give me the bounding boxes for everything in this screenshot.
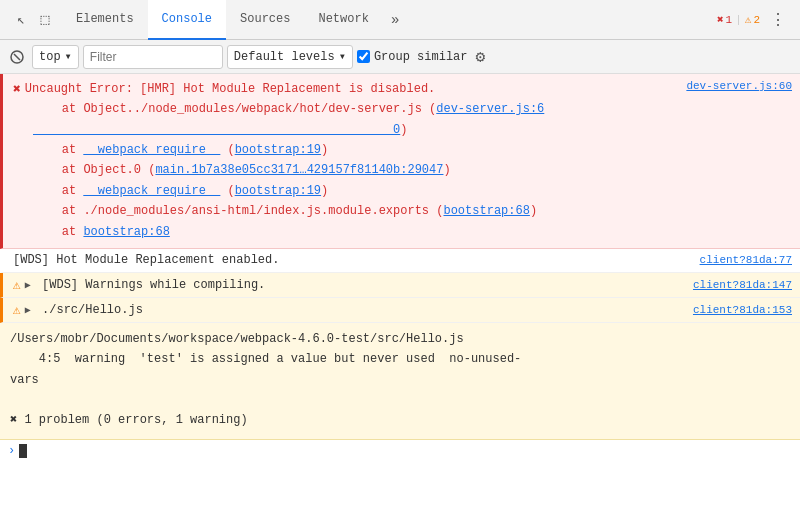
context-selector[interactable]: top ▾ [32,45,79,69]
stack-line-5: at ./node_modules/ansi-html/index.js.mod… [33,201,792,221]
tab-bar: ↖ ⬚ Elements Console Sources Network » ✖… [0,0,800,40]
stack-link-4b[interactable]: bootstrap:19 [235,184,321,198]
error-header: ✖ Uncaught Error: [HMR] Hot Module Repla… [13,80,792,99]
error-icon: ✖ [13,81,21,97]
chevron-down-icon: ▾ [65,49,72,64]
log-text: [WDS] Hot Module Replacement enabled. [13,253,696,267]
input-prompt: › [8,444,15,458]
svg-line-1 [14,54,20,60]
stack-link-1[interactable]: dev-server.js:6 0 [33,102,544,136]
log-entry-wds-hmr: [WDS] Hot Module Replacement enabled. cl… [0,249,800,273]
error-message: Uncaught Error: [HMR] Hot Module Replace… [25,80,683,99]
tab-elements[interactable]: Elements [62,0,148,40]
stack-line-2: at __webpack_require__ (bootstrap:19) [33,140,792,160]
stack-link-2b[interactable]: bootstrap:19 [235,143,321,157]
warning-entry-2: ⚠ ▶ ./src/Hello.js client?81da:153 [0,298,800,323]
error-count: ✖ 1 [717,13,732,26]
warning-text-2: ./src/Hello.js [35,303,689,317]
error-stack-trace: at Object../node_modules/webpack/hot/dev… [33,99,792,242]
log-levels-selector[interactable]: Default levels ▾ [227,45,353,69]
clear-console-button[interactable] [6,46,28,68]
warning-source-2[interactable]: client?81da:153 [693,304,792,316]
error-badge[interactable]: ✖ 1 | ⚠ 2 [717,13,760,26]
warning-text-1: [WDS] Warnings while compiling. [35,278,689,292]
select-box-icon[interactable]: ⬚ [36,11,54,29]
filter-input[interactable] [83,45,223,69]
stack-line-4: at __webpack_require__ (bootstrap:19) [33,181,792,201]
group-similar-checkbox[interactable] [357,50,370,63]
tab-console[interactable]: Console [148,0,226,40]
stack-link-4[interactable]: __webpack_require__ [83,184,220,198]
devtools-icons: ↖ ⬚ [4,11,62,29]
warning-icon-1: ⚠ [13,277,21,293]
stack-link-6[interactable]: bootstrap:68 [83,225,169,239]
tab-sources[interactable]: Sources [226,0,304,40]
cursor-icon[interactable]: ↖ [12,11,30,29]
group-similar-option[interactable]: Group similar [357,50,468,64]
warning-count: ⚠ 2 [745,13,760,26]
warning-detail-block: /Users/mobr/Documents/workspace/webpack-… [0,323,800,440]
stack-line-1: at Object../node_modules/webpack/hot/dev… [33,99,792,140]
more-tabs-button[interactable]: » [383,0,407,40]
input-cursor[interactable] [19,444,27,458]
console-settings-button[interactable]: ⚙ [476,47,486,67]
console-input-line[interactable]: › [0,440,800,462]
log-source-link[interactable]: client?81da:77 [700,254,792,266]
stack-line-6: at bootstrap:68 [33,222,792,242]
expand-warning-1[interactable]: ▶ [25,279,31,291]
warning-icon-2: ⚠ [13,302,21,318]
tab-bar-right: ✖ 1 | ⚠ 2 ⋮ [717,10,796,30]
stack-line-3: at Object.0 (main.1b7a38e05cc3171…429157… [33,160,792,180]
warning-entry-1: ⚠ ▶ [WDS] Warnings while compiling. clie… [0,273,800,298]
console-output: ✖ Uncaught Error: [HMR] Hot Module Repla… [0,74,800,530]
stack-link-3[interactable]: main.1b7a38e05cc3171…429157f81140b:29047 [155,163,443,177]
console-toolbar: top ▾ Default levels ▾ Group similar ⚙ [0,40,800,74]
warning-source-1[interactable]: client?81da:147 [693,279,792,291]
tab-network[interactable]: Network [304,0,382,40]
stack-link-2[interactable]: __webpack_require__ [83,143,220,157]
more-options-button[interactable]: ⋮ [766,10,790,30]
chevron-down-icon: ▾ [339,49,346,64]
error-source-link[interactable]: dev-server.js:60 [686,80,792,92]
error-entry: ✖ Uncaught Error: [HMR] Hot Module Repla… [0,74,800,249]
stack-link-5[interactable]: bootstrap:68 [443,204,529,218]
expand-warning-2[interactable]: ▶ [25,304,31,316]
